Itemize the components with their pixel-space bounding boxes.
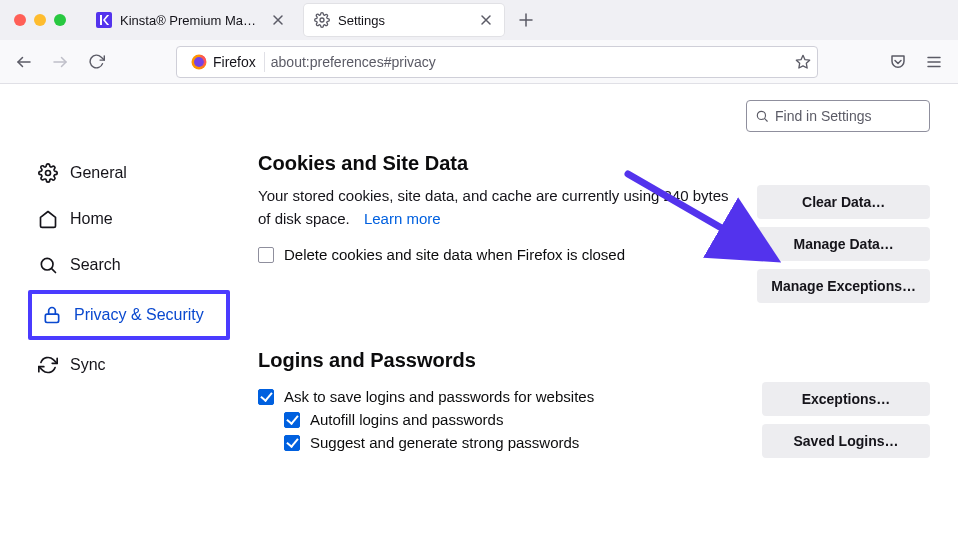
sidebar-item-general[interactable]: General — [28, 152, 230, 194]
close-window-button[interactable] — [14, 14, 26, 26]
settings-sidebar: General Home Search Privacy & Security — [0, 104, 240, 554]
pocket-button[interactable] — [882, 46, 914, 78]
clear-data-button[interactable]: Clear Data… — [757, 185, 930, 219]
tab-kinsta[interactable]: Kinsta® Premium Managed WordPress Hostin… — [86, 4, 296, 36]
settings-main: Cookies and Site Data Your stored cookie… — [240, 104, 958, 554]
home-icon — [38, 209, 58, 229]
saved-logins-button[interactable]: Saved Logins… — [762, 424, 930, 458]
svg-marker-6 — [796, 55, 809, 68]
ask-save-checkbox-row[interactable]: Ask to save logins and passwords for web… — [258, 388, 738, 405]
forward-button[interactable] — [44, 46, 76, 78]
firefox-icon — [191, 54, 207, 70]
sidebar-item-label: Home — [70, 210, 113, 228]
minimize-window-button[interactable] — [34, 14, 46, 26]
cookies-description: Your stored cookies, site data, and cach… — [258, 185, 733, 230]
sidebar-item-sync[interactable]: Sync — [28, 344, 230, 386]
settings-content: General Home Search Privacy & Security — [0, 84, 958, 554]
settings-search-placeholder: Find in Settings — [775, 108, 872, 124]
tab-label: Kinsta® Premium Managed WordPress Hostin… — [120, 13, 262, 28]
checkbox-label: Autofill logins and passwords — [310, 411, 503, 428]
manage-exceptions-button[interactable]: Manage Exceptions… — [757, 269, 930, 303]
url-text: about:preferences#privacy — [271, 54, 789, 70]
svg-point-1 — [320, 18, 324, 22]
sync-icon — [38, 355, 58, 375]
sidebar-item-privacy[interactable]: Privacy & Security — [32, 294, 226, 336]
identity-box[interactable]: Firefox — [183, 52, 265, 72]
learn-more-link[interactable]: Learn more — [364, 210, 441, 227]
svg-point-5 — [194, 57, 204, 67]
sidebar-item-label: General — [70, 164, 127, 182]
svg-line-11 — [765, 119, 768, 122]
svg-point-13 — [46, 171, 51, 176]
search-icon — [38, 255, 58, 275]
url-bar[interactable]: Firefox about:preferences#privacy — [176, 46, 818, 78]
logins-exceptions-button[interactable]: Exceptions… — [762, 382, 930, 416]
close-tab-icon[interactable] — [478, 12, 494, 28]
cookies-heading: Cookies and Site Data — [258, 152, 930, 175]
sidebar-item-label: Privacy & Security — [74, 306, 204, 324]
sidebar-item-label: Sync — [70, 356, 106, 374]
checkbox-label: Suggest and generate strong passwords — [310, 434, 579, 451]
settings-search-input[interactable]: Find in Settings — [746, 100, 930, 132]
svg-point-10 — [757, 111, 765, 119]
checkbox-checked-icon[interactable] — [284, 412, 300, 428]
identity-label: Firefox — [213, 54, 256, 70]
settings-search-wrap: Find in Settings — [746, 100, 930, 132]
delete-on-close-checkbox-row[interactable]: Delete cookies and site data when Firefo… — [258, 246, 733, 263]
app-menu-button[interactable] — [918, 46, 950, 78]
window-controls — [14, 14, 66, 26]
sidebar-active-highlight: Privacy & Security — [28, 290, 230, 340]
checkbox-checked-icon[interactable] — [258, 389, 274, 405]
search-icon — [755, 109, 769, 123]
checkbox-label: Ask to save logins and passwords for web… — [284, 388, 594, 405]
nav-toolbar: Firefox about:preferences#privacy — [0, 40, 958, 84]
checkbox-unchecked-icon[interactable] — [258, 247, 274, 263]
manage-data-button[interactable]: Manage Data… — [757, 227, 930, 261]
sidebar-item-label: Search — [70, 256, 121, 274]
kinsta-favicon — [96, 12, 112, 28]
maximize-window-button[interactable] — [54, 14, 66, 26]
tab-strip: Kinsta® Premium Managed WordPress Hostin… — [0, 0, 958, 40]
svg-rect-16 — [45, 314, 58, 322]
new-tab-button[interactable] — [512, 6, 540, 34]
autofill-checkbox-row[interactable]: Autofill logins and passwords — [284, 411, 738, 428]
reload-button[interactable] — [80, 46, 112, 78]
lock-icon — [42, 305, 62, 325]
gear-icon — [38, 163, 58, 183]
bookmark-star-icon[interactable] — [795, 54, 811, 70]
suggest-passwords-checkbox-row[interactable]: Suggest and generate strong passwords — [284, 434, 738, 451]
tab-label: Settings — [338, 13, 470, 28]
svg-line-15 — [52, 269, 56, 273]
logins-heading: Logins and Passwords — [258, 349, 930, 372]
sidebar-item-search[interactable]: Search — [28, 244, 230, 286]
checkbox-label: Delete cookies and site data when Firefo… — [284, 246, 625, 263]
sidebar-item-home[interactable]: Home — [28, 198, 230, 240]
back-button[interactable] — [8, 46, 40, 78]
close-tab-icon[interactable] — [270, 12, 286, 28]
svg-point-14 — [41, 258, 53, 270]
checkbox-checked-icon[interactable] — [284, 435, 300, 451]
tab-settings[interactable]: Settings — [304, 4, 504, 36]
settings-favicon-gear-icon — [314, 12, 330, 28]
